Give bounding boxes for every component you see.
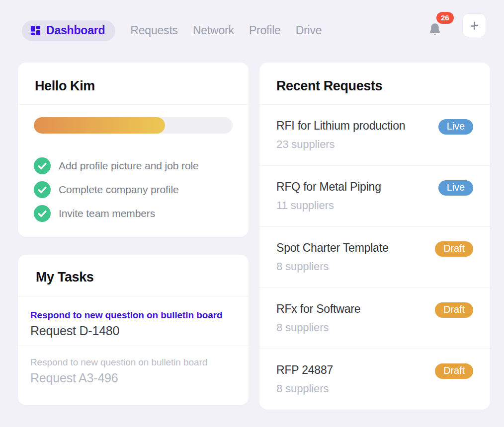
my-tasks-card-title: My Tasks — [18, 255, 249, 296]
main-content: Hello Kim — [0, 41, 504, 410]
nav-tabs: Dashboard Requests Network Profile Drive — [22, 13, 322, 41]
request-supplier-count: 8 suppliers — [276, 260, 389, 273]
onboarding-card-body: Add profile picture and job role — [18, 105, 249, 237]
left-column: Hello Kim — [18, 63, 249, 410]
checklist-item-label: Complete company profile — [59, 184, 179, 196]
tab-requests[interactable]: Requests — [130, 24, 178, 37]
task-item[interactable]: Respond to new question on bulletin boar… — [18, 296, 249, 346]
tab-drive[interactable]: Drive — [296, 24, 322, 37]
request-info: RFP 24887 8 suppliers — [276, 363, 333, 395]
checklist-item: Add profile picture and job role — [34, 157, 233, 174]
my-tasks-card: My Tasks Respond to new question on bull… — [18, 255, 249, 405]
notification-count-badge: 26 — [436, 12, 454, 24]
request-item[interactable]: RFI for Lithium production 23 suppliers … — [259, 105, 490, 165]
request-name: Spot Charter Template — [276, 241, 389, 255]
dashboard-grid-icon — [30, 25, 41, 36]
onboarding-progress-bar — [34, 117, 233, 134]
onboarding-progress-fill — [34, 117, 165, 134]
checklist-item-label: Add profile picture and job role — [59, 160, 199, 172]
request-item[interactable]: RFP 24887 8 suppliers Draft — [259, 349, 490, 410]
task-item[interactable]: Respond to new question on bulletin boar… — [18, 346, 249, 405]
checklist-item: Invite team members — [34, 205, 233, 222]
task-request-id: Request D-1480 — [30, 324, 236, 338]
recent-requests-card-title: Recent Requests — [259, 63, 490, 105]
task-action-link[interactable]: Respond to new question on bulletin boar… — [30, 357, 236, 368]
request-info: RFI for Lithium production 23 suppliers — [276, 119, 405, 151]
request-name: RFQ for Metal Piping — [276, 180, 381, 194]
request-name: RFx for Software — [276, 302, 360, 316]
split-view-button[interactable] — [462, 13, 486, 37]
request-item[interactable]: RFQ for Metal Piping 11 suppliers Live — [259, 165, 490, 226]
onboarding-checklist: Add profile picture and job role — [34, 157, 233, 222]
tab-dashboard[interactable]: Dashboard — [22, 20, 115, 41]
onboarding-card-title: Hello Kim — [18, 63, 249, 105]
check-circle-icon — [34, 205, 51, 222]
checklist-item-label: Invite team members — [59, 208, 155, 219]
request-supplier-count: 8 suppliers — [276, 321, 360, 334]
request-supplier-count: 23 suppliers — [276, 138, 405, 151]
request-info: RFx for Software 8 suppliers — [276, 302, 360, 334]
bell-icon — [427, 22, 442, 37]
task-action-link[interactable]: Respond to new question on bulletin boar… — [30, 310, 236, 321]
request-info: RFQ for Metal Piping 11 suppliers — [276, 180, 381, 212]
status-badge: Draft — [435, 241, 473, 257]
request-name: RFI for Lithium production — [276, 119, 405, 133]
check-circle-icon — [34, 181, 51, 198]
status-badge: Live — [438, 180, 473, 196]
status-badge: Live — [438, 119, 473, 135]
task-request-id: Request A3-496 — [30, 371, 236, 385]
onboarding-card: Hello Kim — [18, 63, 249, 237]
request-supplier-count: 11 suppliers — [276, 199, 381, 212]
checklist-item: Complete company profile — [34, 181, 233, 198]
request-item[interactable]: RFx for Software 8 suppliers Draft — [259, 287, 490, 349]
tab-dashboard-label: Dashboard — [46, 24, 105, 37]
recent-requests-card: Recent Requests RFI for Lithium producti… — [259, 63, 490, 410]
request-supplier-count: 8 suppliers — [276, 382, 333, 395]
nav-right-actions: 26 — [427, 13, 486, 39]
request-info: Spot Charter Template 8 suppliers — [276, 241, 389, 273]
task-list: Respond to new question on bulletin boar… — [18, 296, 249, 405]
request-list: RFI for Lithium production 23 suppliers … — [259, 105, 490, 410]
dashboard-page: Dashboard Requests Network Profile Drive… — [0, 0, 504, 410]
status-badge: Draft — [435, 363, 473, 379]
request-item[interactable]: Spot Charter Template 8 suppliers Draft — [259, 226, 490, 287]
offset-plus-icon — [468, 19, 481, 32]
notifications-button[interactable]: 26 — [427, 22, 442, 39]
check-circle-icon — [34, 157, 51, 174]
request-name: RFP 24887 — [276, 363, 333, 377]
top-navigation: Dashboard Requests Network Profile Drive… — [0, 0, 504, 41]
tab-profile[interactable]: Profile — [249, 24, 281, 37]
tab-network[interactable]: Network — [193, 24, 234, 37]
status-badge: Draft — [435, 302, 473, 318]
